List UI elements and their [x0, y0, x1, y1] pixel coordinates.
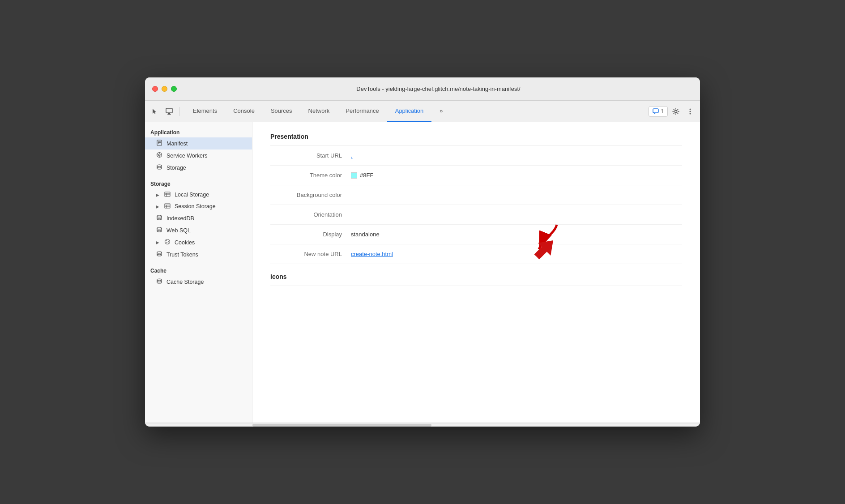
presentation-header: Presentation — [270, 133, 682, 146]
new-note-url-row: New note URL create-note.html — [270, 244, 682, 264]
start-url-label: Start URL — [270, 152, 351, 159]
local-storage-label: Local Storage — [175, 192, 209, 198]
svg-marker-38 — [530, 234, 559, 263]
background-color-row: Background color — [270, 185, 682, 205]
main-panel: Presentation Start URL . Theme color #8F… — [252, 122, 700, 423]
theme-color-value: #8FF — [351, 172, 373, 179]
sidebar-item-storage[interactable]: Storage — [145, 162, 252, 174]
settings-icon[interactable] — [670, 105, 682, 118]
svg-rect-19 — [165, 192, 170, 196]
icons-section: Icons — [270, 264, 682, 286]
tab-elements[interactable]: Elements — [185, 101, 225, 122]
cursor-icon[interactable] — [149, 105, 161, 118]
panel-scrollbar-thumb — [252, 424, 431, 427]
cache-storage-icon — [156, 278, 163, 286]
background-color-label: Background color — [270, 192, 351, 198]
sidebar-section-storage: Storage — [145, 177, 252, 189]
sidebar-item-indexeddb[interactable]: IndexedDB — [145, 212, 252, 224]
theme-color-swatch — [351, 172, 357, 179]
svg-rect-23 — [165, 204, 170, 208]
toolbar-tabs: Elements Console Sources Network Perform… — [185, 101, 451, 122]
svg-point-13 — [158, 154, 160, 156]
traffic-lights — [152, 86, 177, 92]
display-value: standalone — [351, 231, 380, 238]
cookies-label: Cookies — [175, 239, 195, 246]
theme-color-text: #8FF — [360, 172, 373, 179]
expand-icon: ▶ — [156, 240, 159, 245]
start-url-row: Start URL . — [270, 146, 682, 166]
indexeddb-icon — [156, 214, 163, 222]
trust-tokens-icon — [156, 251, 163, 258]
web-sql-icon — [156, 226, 163, 234]
new-note-url-value[interactable]: create-note.html — [351, 251, 393, 257]
tab-console[interactable]: Console — [225, 101, 263, 122]
svg-point-36 — [157, 279, 162, 281]
svg-point-28 — [157, 227, 162, 229]
svg-rect-2 — [168, 113, 170, 114]
web-sql-label: Web SQL — [166, 227, 191, 234]
svg-rect-1 — [167, 114, 171, 115]
orientation-row: Orientation — [270, 205, 682, 225]
svg-point-18 — [157, 165, 162, 167]
sidebar-scrollbar — [145, 423, 252, 427]
sidebar-item-session-storage[interactable]: ▶ Session Storage — [145, 201, 252, 212]
titlebar: DevTools - yielding-large-chef.glitch.me… — [145, 77, 700, 101]
manifest-icon — [156, 140, 163, 147]
svg-point-35 — [157, 252, 162, 253]
indexeddb-label: IndexedDB — [166, 215, 194, 222]
tab-network[interactable]: Network — [300, 101, 338, 122]
svg-point-4 — [675, 110, 677, 112]
sidebar-item-local-storage[interactable]: ▶ Local Storage — [145, 189, 252, 201]
tab-performance[interactable]: Performance — [337, 101, 387, 122]
svg-point-31 — [168, 241, 169, 242]
svg-point-5 — [690, 108, 691, 110]
theme-color-row: Theme color #8FF — [270, 166, 682, 185]
comments-button[interactable]: 1 — [649, 106, 668, 117]
separator — [179, 107, 179, 116]
minimize-button[interactable] — [162, 86, 167, 92]
expand-icon: ▶ — [156, 204, 159, 209]
session-storage-label: Session Storage — [175, 203, 216, 209]
sidebar-section-application: Application — [145, 126, 252, 137]
close-button[interactable] — [152, 86, 158, 92]
sidebar-item-trust-tokens[interactable]: Trust Tokens — [145, 248, 252, 261]
svg-rect-3 — [653, 109, 658, 113]
service-workers-icon — [156, 152, 163, 159]
orientation-label: Orientation — [270, 211, 351, 218]
new-note-url-label: New note URL — [270, 251, 351, 257]
sidebar-item-service-workers[interactable]: Service Workers — [145, 149, 252, 162]
bottom-bar — [145, 423, 700, 427]
panel-scrollbar — [252, 423, 700, 427]
tab-application[interactable]: Application — [387, 101, 432, 122]
tab-more[interactable]: » — [431, 101, 451, 122]
maximize-button[interactable] — [171, 86, 177, 92]
sidebar-item-web-sql[interactable]: Web SQL — [145, 224, 252, 236]
tab-sources[interactable]: Sources — [263, 101, 300, 122]
start-url-value[interactable]: . — [351, 152, 353, 159]
local-storage-icon — [164, 191, 171, 198]
storage-icon — [156, 164, 163, 171]
inspect-icon[interactable] — [163, 105, 175, 118]
sidebar-item-cookies[interactable]: ▶ Cookies — [145, 236, 252, 248]
svg-point-32 — [166, 242, 167, 243]
session-storage-icon — [164, 203, 171, 210]
svg-point-29 — [165, 239, 170, 244]
toolbar: Elements Console Sources Network Perform… — [145, 101, 700, 122]
svg-point-6 — [690, 111, 691, 112]
more-options-icon[interactable] — [684, 105, 696, 118]
svg-point-7 — [690, 113, 691, 114]
svg-point-27 — [157, 215, 162, 217]
sidebar-item-manifest[interactable]: Manifest — [145, 137, 252, 149]
expand-icon: ▶ — [156, 192, 159, 197]
service-workers-label: Service Workers — [166, 153, 207, 159]
window-title: DevTools - yielding-large-chef.glitch.me… — [184, 85, 693, 92]
svg-rect-0 — [166, 108, 172, 113]
manifest-label: Manifest — [166, 141, 188, 147]
main-content: Application Manifest — [145, 122, 700, 423]
devtools-window: DevTools - yielding-large-chef.glitch.me… — [145, 77, 700, 427]
sidebar-item-cache-storage[interactable]: Cache Storage — [145, 276, 252, 288]
comments-count: 1 — [661, 108, 664, 115]
panel-content: Presentation Start URL . Theme color #8F… — [252, 122, 700, 297]
theme-color-label: Theme color — [270, 172, 351, 179]
display-row: Display standalone — [270, 225, 682, 244]
